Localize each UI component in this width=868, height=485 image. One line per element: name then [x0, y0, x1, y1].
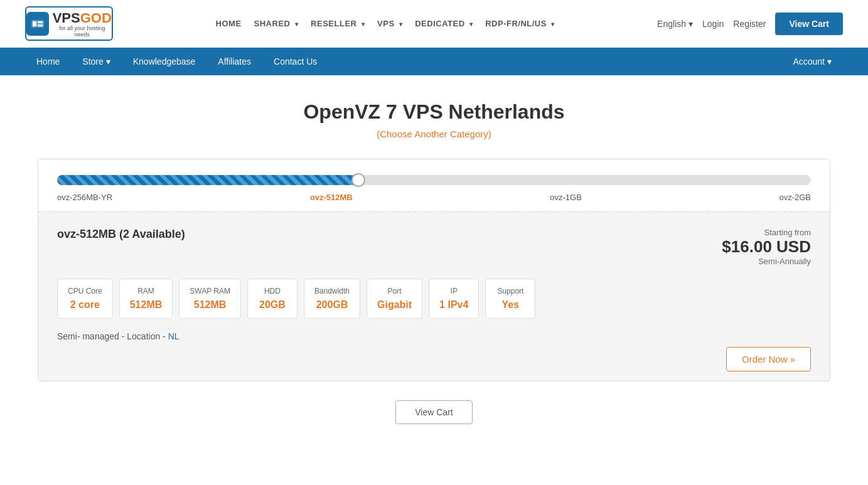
spec-swap: SWAP RAM 512MB — [179, 279, 241, 319]
slider-wrapper — [57, 175, 811, 185]
logo-sub: for all your hosting needs — [53, 25, 112, 38]
slider-section: ovz-256MB-YR ovz-512MB ovz-1GB ovz-2GB — [38, 159, 830, 211]
main-content: OpenVZ 7 VPS Netherlands (Choose Another… — [0, 75, 868, 449]
register-link[interactable]: Register — [733, 19, 766, 29]
svg-rect-1 — [33, 21, 36, 26]
spec-support-value: Yes — [496, 299, 525, 311]
top-right-actions: English ▾ Login Register View Cart — [657, 13, 843, 35]
spec-ram: RAM 512MB — [119, 279, 173, 319]
spec-bandwidth-label: Bandwidth — [314, 287, 350, 296]
logo-icon — [26, 12, 49, 36]
plan-details: ovz-512MB (2 Available) Starting from $1… — [38, 211, 830, 381]
secondary-navigation: Home Store ▾ Knowledgebase Affiliates Co… — [0, 48, 868, 75]
plan-price-area: Starting from $16.00 USD Semi-Annually — [722, 228, 811, 266]
sec-nav-store[interactable]: Store ▾ — [71, 48, 121, 75]
sec-nav-left: Home Store ▾ Knowledgebase Affiliates Co… — [25, 48, 328, 75]
logo-area: VPSGOD for all your hosting needs — [25, 6, 113, 41]
spec-port-label: Port — [377, 287, 412, 296]
spec-port: Port Gigabit — [367, 279, 422, 319]
spec-ram-label: RAM — [130, 287, 163, 296]
nav-vps[interactable]: VPS ▾ — [377, 19, 402, 28]
sec-nav-right: Account ▾ — [781, 48, 843, 75]
sec-nav-account[interactable]: Account ▾ — [781, 48, 843, 75]
rdp-chevron-icon: ▾ — [551, 21, 555, 28]
spec-swap-value: 512MB — [190, 299, 230, 311]
choose-category: (Choose Another Category) — [38, 129, 830, 140]
slider-thumb[interactable] — [351, 173, 365, 187]
nav-dedicated[interactable]: DEDICATED ▾ — [415, 19, 473, 28]
nav-reseller[interactable]: RESELLER ▾ — [311, 19, 365, 28]
starting-from-label: Starting from — [722, 228, 811, 237]
spec-cpu-value: 2 core — [68, 299, 102, 311]
view-cart-bottom: View Cart — [38, 400, 830, 424]
shared-chevron-icon: ▾ — [295, 21, 299, 28]
sec-nav-contact[interactable]: Contact Us — [262, 48, 328, 75]
vps-chevron-icon: ▾ — [399, 21, 403, 28]
language-selector[interactable]: English ▾ — [657, 19, 693, 29]
store-chevron-icon: ▾ — [106, 56, 110, 67]
logo-text: VPSGOD — [53, 10, 112, 26]
plan-location: Semi- managed - Location - NL — [57, 331, 811, 341]
plan-header: ovz-512MB (2 Available) Starting from $1… — [57, 228, 811, 266]
language-chevron-icon: ▾ — [689, 19, 693, 29]
spec-bandwidth-value: 200GB — [314, 299, 350, 311]
spec-support: Support Yes — [485, 279, 535, 319]
language-label: English — [657, 19, 686, 29]
page-title: OpenVZ 7 VPS Netherlands — [38, 100, 830, 124]
slider-option-4[interactable]: ovz-2GB — [779, 193, 811, 202]
product-container: ovz-256MB-YR ovz-512MB ovz-1GB ovz-2GB o… — [38, 159, 830, 381]
slider-option-1[interactable]: ovz-256MB-YR — [57, 193, 112, 202]
spec-hdd-label: HDD — [258, 287, 287, 296]
top-bar: VPSGOD for all your hosting needs HOME S… — [0, 0, 868, 48]
spec-ip-value: 1 IPv4 — [439, 299, 468, 311]
location-link[interactable]: NL — [168, 331, 179, 341]
nav-rdp[interactable]: RDP-FR/NL/US ▾ — [485, 19, 554, 28]
spec-ip: IP 1 IPv4 — [429, 279, 479, 319]
view-cart-bottom-button[interactable]: View Cart — [395, 400, 472, 424]
svg-rect-3 — [38, 24, 43, 26]
spec-cpu: CPU Core 2 core — [57, 279, 113, 319]
dedicated-chevron-icon: ▾ — [469, 21, 473, 28]
specs-grid: CPU Core 2 core RAM 512MB SWAP RAM 512MB… — [57, 279, 811, 319]
top-navigation: HOME SHARED ▾ RESELLER ▾ VPS ▾ DEDICATED… — [216, 19, 555, 28]
spec-ip-label: IP — [439, 287, 468, 296]
spec-bandwidth: Bandwidth 200GB — [304, 279, 360, 319]
order-now-button[interactable]: Order Now » — [726, 347, 811, 371]
slider-option-3[interactable]: ovz-1GB — [550, 193, 582, 202]
sec-nav-affiliates[interactable]: Affiliates — [206, 48, 262, 75]
view-cart-button[interactable]: View Cart — [775, 13, 843, 35]
spec-support-label: Support — [496, 287, 525, 296]
spec-ram-value: 512MB — [130, 299, 163, 311]
spec-swap-label: SWAP RAM — [190, 287, 230, 296]
reseller-chevron-icon: ▾ — [362, 21, 365, 28]
plan-price: $16.00 USD — [722, 237, 811, 257]
login-link[interactable]: Login — [702, 19, 724, 29]
slider-option-2[interactable]: ovz-512MB — [310, 193, 353, 202]
logo[interactable]: VPSGOD for all your hosting needs — [25, 6, 113, 41]
plan-name: ovz-512MB (2 Available) — [57, 228, 185, 241]
svg-rect-2 — [38, 21, 43, 23]
account-chevron-icon: ▾ — [827, 56, 832, 67]
order-btn-wrapper: Order Now » — [57, 354, 811, 365]
sec-nav-knowledgebase[interactable]: Knowledgebase — [122, 48, 207, 75]
slider-labels: ovz-256MB-YR ovz-512MB ovz-1GB ovz-2GB — [57, 193, 811, 202]
choose-category-link[interactable]: (Choose Another Category) — [377, 129, 491, 139]
spec-hdd: HDD 20GB — [247, 279, 297, 319]
slider-track — [57, 175, 811, 185]
spec-hdd-value: 20GB — [258, 299, 287, 311]
slider-fill — [57, 175, 358, 185]
nav-shared[interactable]: SHARED ▾ — [254, 19, 299, 28]
nav-home[interactable]: HOME — [216, 19, 242, 28]
sec-nav-home[interactable]: Home — [25, 48, 71, 75]
spec-cpu-label: CPU Core — [68, 287, 102, 296]
spec-port-value: Gigabit — [377, 299, 412, 311]
price-period: Semi-Annually — [722, 257, 811, 266]
